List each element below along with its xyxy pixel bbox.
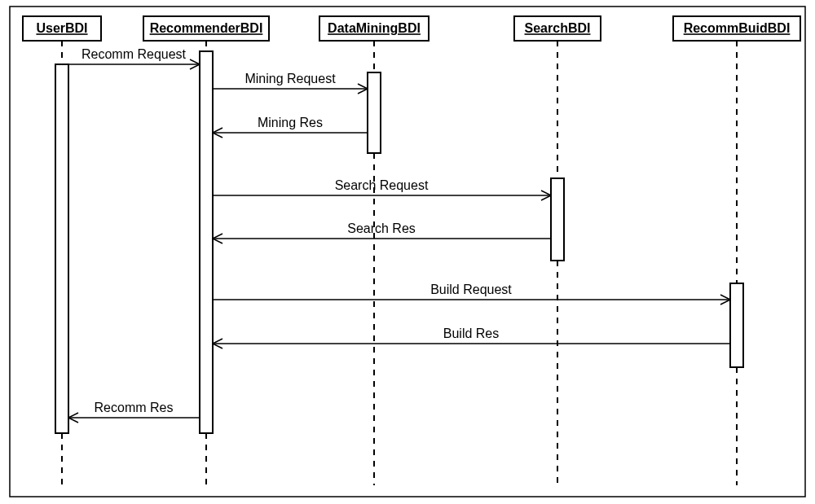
message-recomm-request: Recomm Request [68, 47, 200, 69]
activation-search [551, 178, 564, 261]
message-build-request-label: Build Request [430, 283, 512, 296]
participant-search-label: SearchBDI [525, 21, 591, 35]
activation-datamining [368, 72, 381, 153]
message-mining-res-label: Mining Res [258, 116, 323, 129]
message-recomm-res: Recomm Res [68, 401, 200, 423]
message-mining-res: Mining Res [213, 116, 368, 138]
participant-datamining: DataMiningBDI [319, 16, 429, 41]
message-search-request-label: Search Request [335, 178, 429, 192]
message-search-res: Search Res [213, 221, 551, 243]
message-build-res-label: Build Res [443, 327, 499, 340]
message-recomm-res-label: Recomm Res [95, 401, 174, 414]
message-mining-request-label: Mining Request [244, 72, 336, 85]
sequence-diagram: UserBDI RecommenderBDI DataMiningBDI Sea… [0, 0, 815, 504]
activation-recommbuild [730, 283, 743, 367]
message-build-request: Build Request [213, 283, 730, 305]
diagram-frame [10, 7, 805, 497]
participant-recommender: RecommenderBDI [143, 16, 269, 41]
participant-user: UserBDI [23, 16, 101, 41]
message-recomm-request-label: Recomm Request [82, 47, 187, 61]
message-search-request: Search Request [213, 178, 551, 200]
message-build-res: Build Res [213, 327, 730, 348]
participant-recommbuild-label: RecommBuidBDI [684, 21, 791, 35]
participant-recommbuild: RecommBuidBDI [673, 16, 800, 41]
activation-user [55, 64, 68, 433]
activation-recommender [200, 51, 213, 433]
message-mining-request: Mining Request [213, 72, 368, 94]
participant-recommender-label: RecommenderBDI [150, 21, 263, 35]
message-search-res-label: Search Res [347, 221, 416, 235]
participant-datamining-label: DataMiningBDI [328, 21, 421, 35]
participant-user-label: UserBDI [36, 21, 87, 35]
participant-search: SearchBDI [514, 16, 601, 41]
